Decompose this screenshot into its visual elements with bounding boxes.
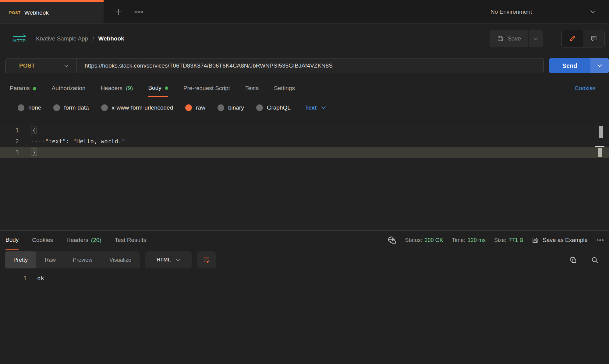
editor-line[interactable]: 2 ····"text": "Hello, world." — [0, 136, 609, 147]
response-body[interactable]: 1 ok — [0, 270, 609, 282]
save-as-example-label: Save as Example — [543, 237, 588, 243]
time-meta: Time:120 ms — [452, 237, 486, 243]
save-label: Save — [508, 35, 521, 42]
response-tab-cookies-label: Cookies — [32, 237, 53, 243]
breadcrumb: Knative Sample App / Webhook — [36, 35, 124, 42]
send-options-button[interactable] — [590, 58, 609, 73]
radio-icon — [18, 104, 24, 111]
view-preview-button[interactable]: Preview — [64, 251, 101, 268]
request-header-actions: Save — [490, 30, 605, 47]
code-text: "text": "Hello, world." — [45, 138, 125, 145]
line-number: 2 — [0, 138, 19, 145]
comments-button[interactable] — [583, 30, 604, 47]
chevron-down-icon — [64, 65, 69, 67]
new-tab-button[interactable] — [115, 8, 122, 16]
copy-icon — [569, 256, 577, 264]
response-tab-headers[interactable]: Headers (20) — [66, 231, 101, 250]
tab-body[interactable]: Body — [148, 79, 168, 97]
scrollbar-thumb[interactable] — [599, 126, 603, 138]
save-button[interactable]: Save — [490, 30, 528, 47]
send-button[interactable]: Send — [549, 58, 590, 73]
view-raw-button[interactable]: Raw — [36, 251, 64, 268]
comment-icon — [590, 35, 597, 42]
save-as-example-button[interactable]: Save as Example — [532, 237, 588, 244]
editor-line[interactable]: 1 { — [0, 125, 609, 136]
chevron-down-icon — [176, 259, 180, 261]
bracket-highlight: { — [31, 127, 37, 134]
body-type-urlencoded[interactable]: x-www-form-urlencoded — [101, 104, 173, 111]
raw-language-label: Text — [305, 104, 317, 111]
body-type-graphql[interactable]: GraphQL — [256, 104, 291, 111]
raw-language-selector[interactable]: Text — [305, 104, 326, 111]
cursor-position-marker — [595, 146, 604, 147]
body-type-form-data-label: form-data — [64, 104, 89, 111]
editor-line-active[interactable]: 3 } — [0, 147, 609, 158]
params-status-dot — [33, 87, 36, 90]
edit-request-button[interactable] — [562, 30, 583, 47]
tab-headers[interactable]: Headers (9) — [101, 79, 133, 97]
copy-response-button[interactable] — [569, 256, 577, 264]
tab-more-options-button[interactable] — [134, 10, 143, 14]
chevron-down-icon — [321, 106, 326, 109]
network-info-button[interactable] — [388, 236, 397, 244]
response-tab-headers-label: Headers — [66, 237, 88, 243]
breadcrumb-request-name[interactable]: Webhook — [98, 35, 124, 42]
tab-title-label: Webhook — [24, 9, 49, 16]
environment-selector[interactable]: No Environment — [477, 0, 609, 23]
bracket-highlight: } — [31, 149, 37, 156]
open-request-tab[interactable]: POST Webhook — [0, 0, 104, 23]
radio-icon — [101, 104, 108, 111]
breadcrumb-collection[interactable]: Knative Sample App — [36, 35, 88, 42]
view-visualize-button[interactable]: Visualize — [101, 251, 140, 268]
arrow-right-icon — [12, 34, 27, 37]
request-body-editor[interactable]: 1 { 2 ····"text": "Hello, world." 3 } — [0, 124, 609, 230]
status-value: 200 OK — [425, 237, 443, 243]
url-bar: POST https://hooks.slack.com/services/T0… — [5, 58, 544, 73]
size-value: 771 B — [509, 237, 523, 243]
search-icon — [591, 256, 599, 264]
response-tab-body[interactable]: Body — [5, 231, 19, 250]
tab-settings[interactable]: Settings — [274, 79, 295, 97]
tab-authorization[interactable]: Authorization — [51, 79, 85, 97]
search-response-button[interactable] — [591, 256, 599, 264]
response-text: ok — [37, 275, 44, 282]
globe-lock-icon — [388, 236, 397, 244]
body-type-form-data[interactable]: form-data — [53, 104, 89, 111]
body-type-graphql-label: GraphQL — [267, 104, 291, 111]
body-type-urlencoded-label: x-www-form-urlencoded — [112, 104, 173, 111]
response-headers-count: (20) — [91, 237, 101, 243]
cursor-position-marker — [598, 148, 602, 157]
response-more-options-button[interactable] — [596, 239, 604, 242]
http-method-badge: HTTP — [12, 34, 27, 43]
cookies-link[interactable]: Cookies — [575, 85, 596, 92]
tab-strip-actions — [104, 0, 143, 23]
edit-comment-group — [561, 30, 605, 47]
wrap-lines-button[interactable] — [197, 251, 216, 268]
body-type-raw-label: raw — [196, 104, 205, 111]
tab-params[interactable]: Params — [10, 79, 36, 97]
response-tabs: Body Cookies Headers (20) Test Results — [5, 231, 146, 250]
body-type-none[interactable]: none — [18, 104, 41, 111]
save-options-button[interactable] — [529, 30, 543, 47]
response-format-selector[interactable]: HTML — [145, 251, 192, 268]
response-tab-test-results[interactable]: Test Results — [115, 231, 146, 250]
body-type-binary[interactable]: binary — [218, 104, 244, 111]
divider — [552, 32, 552, 46]
tab-params-label: Params — [10, 85, 30, 92]
status-meta: Status:200 OK — [405, 237, 443, 243]
code-line: } — [19, 149, 37, 156]
editor-scrollbar[interactable] — [592, 124, 605, 230]
response-meta: Status:200 OK Time:120 ms Size:771 B Sav… — [388, 231, 604, 250]
radio-icon — [53, 104, 60, 111]
tab-tests-label: Tests — [245, 85, 259, 92]
tab-method-label: POST — [9, 10, 21, 15]
url-input[interactable]: https://hooks.slack.com/services/T06TD83… — [77, 62, 333, 69]
tab-tests[interactable]: Tests — [245, 79, 259, 97]
method-selector[interactable]: POST — [6, 58, 76, 73]
tab-pre-request-script[interactable]: Pre-request Script — [183, 79, 230, 97]
response-tab-cookies[interactable]: Cookies — [32, 231, 53, 250]
body-type-raw[interactable]: raw — [185, 104, 205, 111]
request-header: HTTP Knative Sample App / Webhook Save — [0, 24, 609, 53]
tab-pre-request-label: Pre-request Script — [183, 85, 230, 92]
view-pretty-button[interactable]: Pretty — [5, 251, 36, 268]
